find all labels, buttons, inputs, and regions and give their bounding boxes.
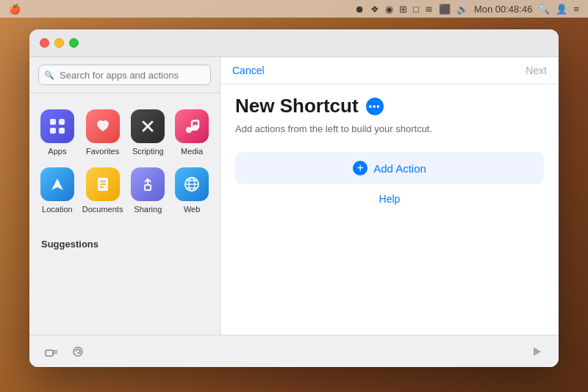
apple-icon: 🍎 [9, 4, 21, 15]
refresh-icon[interactable] [68, 341, 88, 362]
apps-label: Apps [48, 147, 66, 156]
clock: Mon 00:48:46 [474, 4, 533, 15]
search-input[interactable] [38, 65, 211, 85]
search-wrapper [38, 65, 211, 85]
category-item-favorites[interactable]: Favorites [79, 104, 126, 161]
category-grid: Apps Favorites [29, 93, 220, 230]
desktop: 🍎 ⏺ ❖ ◉ ⊞ □ ≋ ⬛ 🔊 Mon 00:48:46 🔍 👤 ≡ [0, 0, 588, 392]
documents-label: Documents [82, 205, 123, 214]
category-item-sharing[interactable]: Sharing [126, 161, 170, 219]
bottom-bar [29, 335, 559, 367]
bottom-bar-right [526, 341, 547, 362]
category-item-apps[interactable]: Apps [35, 104, 79, 161]
play-button[interactable] [526, 341, 547, 362]
documents-icon [86, 167, 120, 201]
shortcut-title: New Shortcut [235, 95, 359, 117]
svg-marker-12 [51, 178, 63, 190]
action-area: + Add Action Help [220, 146, 559, 335]
media-label: Media [181, 147, 203, 156]
location-label: Location [42, 205, 73, 214]
close-button[interactable] [40, 38, 49, 48]
svg-rect-1 [59, 119, 65, 125]
category-item-documents[interactable]: Documents [79, 161, 126, 219]
maximize-button[interactable] [69, 38, 79, 48]
location-icon [40, 167, 74, 201]
left-panel: Apps Favorites [29, 57, 220, 335]
svg-marker-28 [534, 347, 541, 356]
svg-rect-24 [46, 350, 53, 356]
favorites-icon [86, 109, 120, 143]
scripting-icon [131, 109, 165, 143]
svg-rect-17 [145, 185, 151, 190]
menu-icon[interactable]: ≡ [573, 4, 579, 15]
svg-point-27 [74, 347, 82, 356]
suggestions-section: Suggestions [29, 230, 220, 258]
web-icon [175, 167, 209, 201]
next-button[interactable]: Next [526, 65, 547, 76]
add-action-button[interactable]: + Add Action [235, 152, 544, 184]
titlebar [29, 29, 559, 57]
scripting-label: Scripting [132, 147, 164, 156]
web-label: Web [184, 205, 200, 214]
traffic-lights [40, 38, 79, 48]
category-item-scripting[interactable]: Scripting [126, 104, 170, 161]
menubar: 🍎 ⏺ ❖ ◉ ⊞ □ ≋ ⬛ 🔊 Mon 00:48:46 🔍 👤 ≡ [0, 0, 588, 18]
square-icon: □ [413, 4, 419, 15]
more-options-button[interactable]: ••• [366, 98, 384, 115]
cancel-button[interactable]: Cancel [232, 65, 265, 76]
category-item-web[interactable]: Web [170, 161, 214, 219]
bottom-bar-left [41, 341, 88, 362]
right-toolbar: Cancel Next [220, 57, 559, 84]
shortcuts-window: Apps Favorites [29, 29, 559, 367]
add-action-label: Add Action [373, 162, 426, 175]
screen-icon: ⊞ [399, 4, 407, 15]
category-item-media[interactable]: Media [170, 104, 214, 161]
favorites-label: Favorites [86, 147, 119, 156]
category-item-location[interactable]: Location [35, 161, 79, 219]
wifi-icon: ≋ [425, 4, 433, 15]
menubar-right: ⏺ ❖ ◉ ⊞ □ ≋ ⬛ 🔊 Mon 00:48:46 🔍 👤 ≡ [355, 4, 579, 15]
suggestions-title: Suggestions [41, 239, 98, 250]
user-icon[interactable]: 👤 [556, 4, 567, 15]
menubar-left: 🍎 [9, 4, 21, 15]
sharing-label: Sharing [134, 205, 162, 214]
window-body: Apps Favorites [29, 57, 559, 335]
svg-rect-3 [59, 128, 65, 134]
more-icon: ••• [369, 101, 381, 112]
svg-line-11 [192, 120, 198, 121]
record-icon: ⏺ [355, 4, 365, 15]
svg-rect-0 [50, 119, 56, 125]
sharing-icon [131, 167, 165, 201]
volume-icon: 🔊 [456, 4, 468, 15]
back-icon[interactable] [41, 341, 62, 362]
right-panel: Cancel Next New Shortcut ••• Add actions… [220, 57, 559, 335]
apps-icon [40, 109, 74, 143]
search-bar [29, 57, 220, 93]
shortcut-subtitle: Add actions from the left to build your … [220, 123, 559, 146]
dropbox-icon: ❖ [370, 4, 379, 15]
help-button[interactable]: Help [376, 190, 404, 208]
shortcut-title-row: New Shortcut ••• [220, 84, 559, 123]
search-menubar-icon[interactable]: 🔍 [538, 4, 550, 15]
minimize-button[interactable] [54, 38, 64, 48]
media-icon [175, 109, 209, 143]
airplay-icon: ⬛ [439, 4, 451, 15]
svg-rect-2 [50, 128, 56, 134]
eye-icon: ◉ [385, 4, 393, 15]
add-action-plus-icon: + [353, 161, 368, 175]
